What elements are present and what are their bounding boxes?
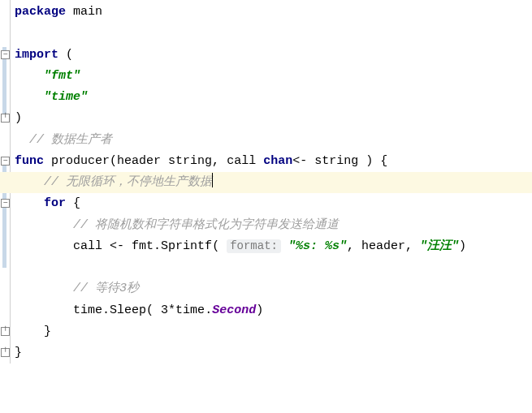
param: header xyxy=(117,154,161,168)
comment: // 等待3秒 xyxy=(73,282,139,295)
code-line[interactable]: // 等待3秒 xyxy=(0,278,532,299)
fold-end-icon: ╵ xyxy=(1,348,10,357)
keyword-import: import xyxy=(15,48,58,62)
type: string xyxy=(168,154,212,168)
param: call xyxy=(227,154,256,168)
ident: call xyxy=(73,239,102,253)
keyword-chan: chan xyxy=(263,154,292,168)
ident: Sprintf xyxy=(161,239,212,253)
param-hint: format: xyxy=(227,239,281,253)
fold-end-icon: ╵ xyxy=(1,114,10,123)
code-line[interactable]: "fmt" xyxy=(0,66,532,87)
ident: time xyxy=(175,303,205,317)
comment: // 无限循环，不停地生产数据 xyxy=(44,175,212,189)
operator: * xyxy=(168,303,175,317)
string-literal: "汪汪" xyxy=(420,239,459,253)
code-line[interactable]: ╵) xyxy=(0,108,532,129)
ident: time xyxy=(73,303,102,317)
ident: Sleep xyxy=(110,303,146,317)
text-caret xyxy=(212,173,213,187)
code-line[interactable]: ╵ } xyxy=(0,321,532,342)
fold-icon[interactable]: − xyxy=(1,50,10,59)
code-line[interactable]: // 数据生产者 xyxy=(0,130,532,151)
code-line[interactable] xyxy=(0,23,532,44)
fold-end-icon: ╵ xyxy=(1,327,10,336)
type: string xyxy=(314,154,358,168)
package-name: main xyxy=(73,5,102,19)
code-line[interactable]: − for { xyxy=(0,193,532,214)
keyword-package: package xyxy=(15,5,66,19)
keyword-func: func xyxy=(15,154,44,168)
code-line-active[interactable]: // 无限循环，不停地生产数据 xyxy=(0,172,532,193)
code-line[interactable]: time.Sleep( 3*time.Second) xyxy=(0,300,532,321)
number: 3 xyxy=(161,303,168,317)
func-name: producer xyxy=(51,154,110,168)
fold-icon[interactable]: − xyxy=(1,157,10,166)
constant: Second xyxy=(212,303,256,317)
code-line[interactable]: // 将随机数和字符串格式化为字符串发送给通道 xyxy=(0,215,532,236)
keyword-for: for xyxy=(44,196,66,210)
code-line[interactable]: −import ( xyxy=(0,45,532,66)
comment: // 数据生产者 xyxy=(29,133,112,147)
code-line[interactable]: ╵} xyxy=(0,342,532,364)
code-line[interactable] xyxy=(0,257,532,278)
string-literal: "%s: %s" xyxy=(288,239,347,253)
ident: fmt xyxy=(132,239,154,253)
code-line[interactable]: package main xyxy=(0,2,532,23)
chan-arrow: <- xyxy=(292,154,307,168)
code-editor[interactable]: package main −import ( "fmt" "time" ╵) /… xyxy=(0,0,532,364)
send-op: <- xyxy=(110,239,124,253)
comment: // 将随机数和字符串格式化为字符串发送给通道 xyxy=(73,218,339,232)
import-path: "fmt" xyxy=(44,69,80,83)
code-line[interactable]: "time" xyxy=(0,87,532,108)
fold-icon[interactable]: − xyxy=(1,199,10,208)
code-line[interactable]: −func producer(header string, call chan<… xyxy=(0,151,532,172)
import-path: "time" xyxy=(44,90,88,104)
code-line[interactable]: call <- fmt.Sprintf( format: "%s: %s", h… xyxy=(0,236,532,257)
ident: header xyxy=(361,239,405,253)
